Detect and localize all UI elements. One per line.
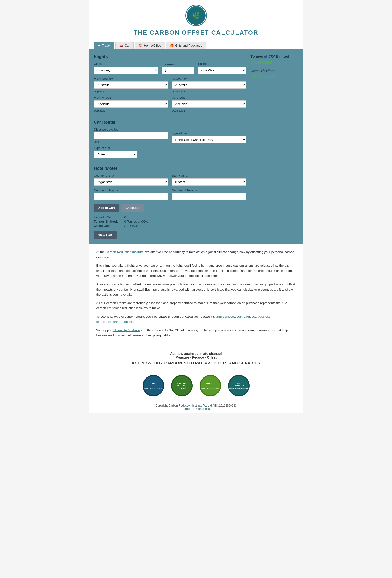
cta-line1: Act now against climate change! — [94, 352, 298, 355]
star-label: Star Rating: — [172, 174, 246, 177]
tab-home-label: Home/Office — [144, 44, 161, 47]
nights-group: Number of Nights: — [94, 189, 168, 200]
tab-travel-label: Travel — [102, 44, 111, 47]
tonnes-label: Tonnes Emitted: — [94, 220, 122, 223]
flights-title: Flights — [94, 54, 246, 59]
site-title: THE CARBON OFFSET CALCULATOR — [92, 29, 301, 36]
from-country-label: From Country — [94, 77, 168, 80]
nights-input[interactable] — [94, 193, 168, 200]
to-airport-group: To Airport Adelaide Destination — [172, 96, 246, 112]
flights-section: Flights Class: Economy Business First Cl… — [94, 54, 246, 112]
content-p5: To see what type of carbon credits you'l… — [96, 314, 296, 324]
from-airport-label: From Airport — [94, 96, 168, 99]
hotel-row2: Number of Nights: Number of Rooms: — [94, 189, 246, 200]
fuel-select[interactable]: Petrol Diesel Electric — [94, 151, 137, 158]
travel-icon: ✈ — [98, 44, 101, 47]
flights-row1: Class: Economy Business First Class Trav… — [94, 62, 246, 74]
co2-label: Tonnes of CO² Emitted — [251, 54, 298, 58]
add-to-cart-button[interactable]: Add to Cart — [94, 204, 119, 212]
distance-label: Distance travelled: — [94, 128, 168, 131]
class-select[interactable]: Economy Business First Class — [94, 67, 158, 74]
cost-value: $0.00 AUD — [251, 74, 298, 80]
home-icon: 🏠 — [139, 44, 142, 47]
rooms-input[interactable] — [172, 193, 246, 200]
to-airport-label: To Airport — [172, 96, 246, 99]
fuel-group: Type of fuel Petrol Diesel Electric — [94, 146, 137, 158]
calculator-box: Flights Class: Economy Business First Cl… — [89, 49, 303, 244]
to-airport-sub: Destination — [172, 109, 246, 112]
cost-label: Cost Of Offset — [251, 69, 298, 73]
rooms-label: Number of Rooms: — [172, 189, 246, 192]
from-airport-sub: Departure — [94, 109, 168, 112]
nights-label: Number of Nights: — [94, 189, 168, 192]
car-row1: Distance travelled: kms Type of car: Pet… — [94, 128, 246, 143]
content-p6: We support Clean Up Australia and their … — [96, 328, 296, 338]
co2-value: 0 tonnes — [251, 59, 298, 65]
to-country-label: To Country — [172, 77, 246, 80]
flights-row2: From Country Australia Departure To Coun… — [94, 77, 246, 93]
noco2-badge: NOCO2WWW.NOCO2.COM.AU — [143, 375, 164, 396]
cri-link[interactable]: Carbon Reduction Institute — [106, 250, 144, 254]
copyright-text: Copyright Carbon Reduction Institute Pty… — [92, 404, 300, 407]
distance-group: Distance travelled: kms — [94, 128, 168, 143]
cta-section: Act now against climate change! Measure … — [89, 347, 303, 370]
hotel-country-group: Country of stay: Afganistan Australia — [94, 174, 168, 186]
cta-line3: ACT NOW! BUY CARBON NEUTRAL PRODUCTS AND… — [94, 361, 298, 365]
content-section: At the Carbon Reduction Institute, At th… — [89, 244, 303, 347]
product-badge: CARBONNEUTRALproduct — [171, 375, 193, 396]
certification-logos: NOCO2WWW.NOCO2.COM.AU CARBONNEUTRALprodu… — [89, 370, 303, 401]
calculator-main: Flights Class: Economy Business First Cl… — [94, 54, 246, 239]
tab-gifts[interactable]: 🎁 Gifts and Packages — [166, 42, 206, 49]
checkout-button[interactable]: Checkout — [121, 204, 144, 212]
from-country-sub: Departure — [94, 90, 168, 93]
ticket-label: Ticket: — [198, 62, 246, 66]
hotel-country-select[interactable]: Afganistan Australia — [94, 178, 168, 186]
content-p3: Above you can choose to offset the emiss… — [96, 282, 296, 297]
to-country-select[interactable]: Australia — [172, 81, 246, 89]
hotel-country-label: Country of stay: — [94, 174, 168, 177]
tab-gifts-label: Gifts and Packages — [175, 44, 202, 47]
content-p4: All our carbon credits are thoroughly as… — [96, 300, 296, 311]
from-airport-group: From Airport Adelaide Departure — [94, 96, 168, 112]
to-country-sub: Destination — [172, 90, 246, 93]
hotel-title: Hotel/Motel — [94, 166, 246, 171]
from-country-select[interactable]: Australia — [94, 81, 168, 89]
lowco2-badge: 0%LOW CO2WWW.NOCO2.COM.AU — [228, 375, 250, 396]
travelers-input[interactable] — [162, 67, 194, 74]
star-select[interactable]: 0 Stars 1 Star 2 Stars 3 Stars 4 Stars 5… — [172, 178, 246, 186]
footer: Copyright Carbon Reduction Institute Pty… — [89, 401, 303, 413]
clean-up-link[interactable]: Clean Up Australia — [114, 328, 140, 332]
tab-bar: ✈ Travel 🚗 Car 🏠 Home/Office 🎁 Gifts and… — [89, 39, 303, 49]
view-cart-button[interactable]: View Cart — [94, 231, 117, 239]
tab-car[interactable]: 🚗 Car — [116, 42, 134, 49]
to-country-group: To Country Australia Destination — [172, 77, 246, 93]
terms-link[interactable]: Terms and Conditions — [182, 407, 210, 411]
calc-sidebar: Tonnes of CO² Emitted 0 tonnes Cost Of O… — [251, 54, 298, 239]
tab-car-label: Car — [125, 44, 130, 47]
rooms-group: Number of Rooms: — [172, 189, 246, 200]
makeit-text: MAKE IT🌿WWW.NOCO2.COM.AU — [200, 382, 220, 389]
class-group: Class: Economy Business First Class — [94, 62, 158, 74]
travelers-label: Travelers: — [162, 62, 194, 66]
to-airport-select[interactable]: Adelaide — [172, 100, 246, 108]
tab-travel[interactable]: ✈ Travel — [94, 42, 115, 49]
from-country-group: From Country Australia Departure — [94, 77, 168, 93]
offset-label: Offset Cost: — [94, 224, 122, 228]
tab-home[interactable]: 🏠 Home/Office — [135, 42, 165, 49]
class-label: Class: — [94, 62, 158, 66]
tonnes-value: 0 Tonnes of CO²e — [124, 220, 149, 223]
content-p2: Each time you take a flight, drive your … — [96, 263, 296, 278]
noco2-text: NOCO2WWW.NOCO2.COM.AU — [143, 382, 163, 389]
ticket-select[interactable]: One Way Return — [198, 67, 246, 74]
hotel-section: Hotel/Motel Country of stay: Afganistan … — [94, 166, 246, 200]
from-airport-select[interactable]: Adelaide — [94, 100, 168, 108]
action-buttons: Add to Cart Checkout — [94, 204, 246, 212]
carbon-offsets-link[interactable]: https://noco2.com.au/noco2-business-cert… — [96, 315, 272, 324]
car-type-select[interactable]: Petrol Small Car (1.3ltr, 4cyl) Petrol M… — [172, 136, 246, 143]
travelers-group: Travelers: — [162, 62, 194, 74]
tonnes-emitted-row: Tonnes Emitted: 0 Tonnes of CO²e — [94, 220, 246, 223]
hotel-row1: Country of stay: Afganistan Australia St… — [94, 174, 246, 186]
car-rental-section: Car Rental Distance travelled: kms Type … — [94, 120, 246, 158]
items-value: 0 — [124, 215, 126, 219]
distance-input[interactable] — [94, 132, 168, 139]
